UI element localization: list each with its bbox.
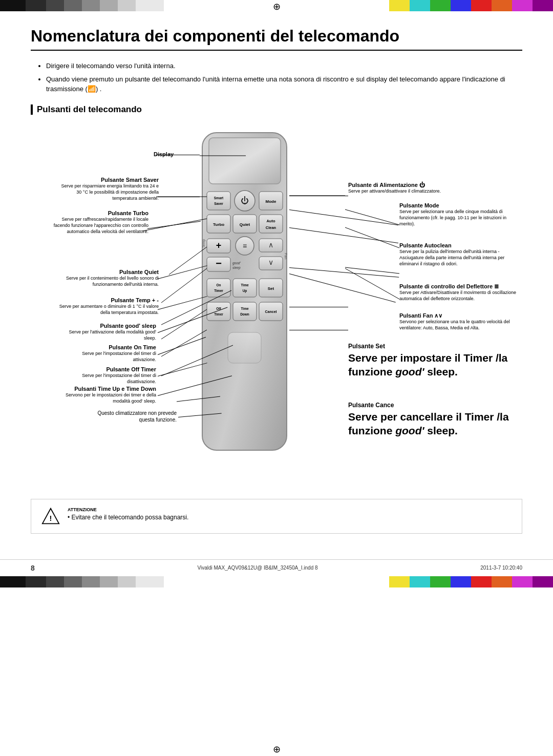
svg-text:Clean: Clean — [266, 225, 276, 230]
svg-text:−: − — [216, 258, 222, 269]
color-swatch — [46, 576, 64, 587]
svg-text:Mode: Mode — [266, 199, 276, 204]
svg-text:Timer: Timer — [214, 312, 223, 316]
color-swatch — [389, 0, 410, 11]
page-number: 8 — [31, 564, 35, 572]
color-swatch — [0, 576, 26, 587]
cancel-label-block: Pulsante Cance Serve per cancellare il T… — [348, 402, 509, 438]
registration-mark-bottom: ⊕ — [273, 744, 281, 755]
color-swatch — [82, 576, 100, 587]
color-swatch — [26, 0, 46, 11]
color-swatch — [100, 576, 118, 587]
svg-rect-44 — [228, 332, 261, 363]
line — [289, 267, 399, 278]
bullet-item: Quando viene premuto un pulsante del tel… — [46, 74, 522, 94]
color-swatch — [136, 576, 164, 587]
time-updown-label: Pulsanti Time Up e Time Down Servono per… — [56, 385, 156, 405]
display-line — [156, 155, 200, 155]
line — [289, 307, 348, 307]
bullet-item: Dirigere il telecomando verso l'unità in… — [46, 61, 522, 71]
alimentazione-label: Pulsante di Alimentazione ⏻ Serve per at… — [348, 181, 441, 195]
svg-text:≡: ≡ — [243, 242, 247, 250]
quiet-label: Pulsante Quiet Serve per il contenimento… — [59, 268, 159, 288]
color-swatch — [64, 0, 82, 11]
diagram-area: Smart Saver ⏻ Mode Turbo Quiet Auto Clea… — [31, 125, 522, 484]
svg-rect-31 — [233, 279, 257, 297]
set-label-block: Pulsante Set Serve per impostare il Time… — [348, 343, 507, 379]
turbo-label: Pulsante Turbo Serve per raffrescare/rap… — [46, 209, 148, 235]
color-swatch — [492, 0, 512, 11]
good-sleep-label: Pulsante good' sleep Serve per l'attivaz… — [67, 322, 156, 342]
color-swatch — [533, 0, 553, 11]
bottom-color-bar: ⊕ — [0, 576, 553, 587]
page-footer: 8 Vivaldi MAX_AQV09&12U@ IB&IM_32450A_I.… — [0, 559, 553, 576]
bottom-color-block-left — [0, 576, 276, 587]
no-function-label: Questo climatizzatore non prevede questa… — [82, 410, 177, 424]
color-swatch — [492, 576, 512, 587]
color-swatch — [471, 0, 492, 11]
color-swatch — [26, 576, 46, 587]
smart-saver-label: Pulsante Smart Saver Serve per risparmia… — [56, 176, 159, 202]
line — [289, 330, 348, 330]
warning-icon: ! — [41, 507, 60, 526]
svg-text:On: On — [216, 283, 221, 287]
svg-text:Auto: Auto — [266, 219, 275, 223]
color-swatch — [512, 0, 533, 11]
color-swatch — [82, 0, 100, 11]
fan-label: Pulsanti Fan ∧∨ Servono per selezionare … — [399, 312, 522, 331]
svg-text:!: ! — [50, 514, 52, 522]
svg-text:sleep: sleep — [232, 266, 241, 270]
svg-line-59 — [345, 227, 399, 248]
svg-rect-28 — [207, 279, 230, 297]
color-swatch — [389, 576, 410, 587]
line — [158, 197, 200, 197]
svg-text:Time: Time — [241, 283, 248, 287]
svg-text:Temp: Temp — [202, 239, 206, 247]
color-swatch — [430, 0, 451, 11]
svg-text:∧: ∧ — [268, 241, 273, 249]
svg-text:Set: Set — [268, 286, 274, 291]
line — [289, 196, 348, 196]
color-swatch — [451, 576, 471, 587]
color-swatch — [451, 0, 471, 11]
color-swatch — [410, 0, 430, 11]
timestamp: 2011-3-7 10:20:40 — [480, 565, 522, 571]
on-timer-label: Pulsante On Time Serve per l'impostazion… — [67, 344, 156, 363]
color-swatch — [410, 576, 430, 587]
svg-rect-36 — [207, 302, 230, 321]
deflettore-label: Pulsante di controllo del Deflettore ≣ S… — [399, 283, 522, 302]
svg-rect-39 — [233, 302, 257, 321]
svg-text:Fan: Fan — [284, 253, 288, 259]
svg-text:Up: Up — [243, 289, 247, 293]
svg-line-60 — [345, 267, 399, 274]
color-swatch — [64, 576, 82, 587]
warning-box: ! ATTENZIONE • Evitare che il telecomand… — [31, 499, 522, 534]
color-block-left — [0, 0, 276, 11]
color-swatch — [512, 576, 533, 587]
svg-text:Down: Down — [240, 312, 249, 316]
svg-line-58 — [345, 209, 399, 225]
line — [289, 209, 398, 225]
autoclean-label: Pulsante Autoclean Serve per la pulizia … — [399, 242, 522, 267]
temp-label: Pulsante Temp + - Serve per aumentare o … — [59, 297, 159, 316]
main-content: Nomenclatura dei componenti del telecoma… — [0, 11, 553, 559]
svg-rect-13 — [259, 215, 283, 233]
color-swatch — [471, 576, 492, 587]
line — [158, 337, 206, 354]
svg-rect-2 — [207, 192, 230, 210]
line — [289, 274, 396, 303]
registration-mark-top: ⊕ — [273, 1, 281, 12]
color-swatch — [0, 0, 26, 11]
color-swatch — [100, 0, 118, 11]
svg-text:Cancel: Cancel — [265, 310, 277, 313]
svg-rect-1 — [209, 138, 281, 184]
color-swatch — [136, 0, 164, 11]
color-block-right — [276, 0, 553, 11]
svg-text:Smart: Smart — [214, 196, 224, 200]
warning-content: ATTENZIONE • Evitare che il telecomando … — [68, 507, 188, 521]
top-color-bar: ⊕ — [0, 0, 553, 11]
svg-text:⏻: ⏻ — [241, 196, 249, 205]
color-swatch — [46, 0, 64, 11]
remote-control: Smart Saver ⏻ Mode Turbo Quiet Auto Clea… — [200, 130, 289, 459]
off-timer-label: Pulsante Off Timer Serve per l'impostazi… — [67, 366, 156, 385]
